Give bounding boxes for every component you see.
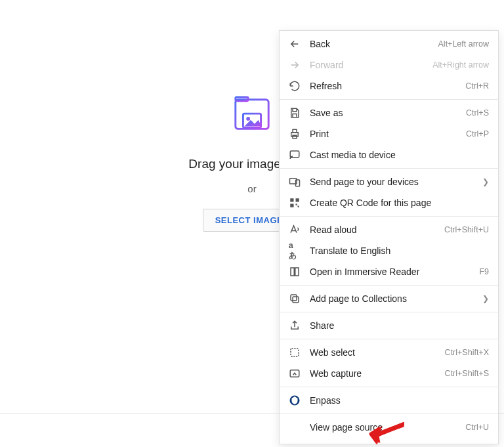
svg-rect-17 (291, 349, 299, 356)
menu-label: Back (310, 39, 433, 49)
svg-rect-11 (296, 198, 299, 202)
menu-separator (280, 216, 498, 217)
menu-label: Enpass (310, 395, 489, 406)
upload-icon (232, 96, 272, 138)
menu-cast[interactable]: Cast media to device (280, 144, 498, 165)
menu-enpass[interactable]: Enpass (280, 390, 498, 411)
menu-read-aloud[interactable]: Read aloud Ctrl+Shift+U (280, 219, 498, 240)
svg-rect-15 (291, 295, 297, 301)
menu-label: Forward (310, 60, 427, 70)
svg-rect-16 (293, 297, 299, 303)
menu-back[interactable]: Back Alt+Left arrow (280, 33, 498, 54)
menu-shortcut: Ctrl+Shift+X (445, 348, 489, 357)
qr-icon (289, 197, 301, 209)
read-aloud-icon (289, 224, 301, 236)
devices-icon (289, 176, 301, 188)
menu-shortcut: F9 (479, 267, 489, 276)
menu-separator (280, 312, 498, 312)
menu-forward: Forward Alt+Right arrow (280, 54, 498, 75)
menu-label: Cast media to device (310, 150, 489, 160)
menu-shortcut: Ctrl+P (466, 129, 489, 138)
menu-print[interactable]: Print Ctrl+P (280, 123, 498, 144)
menu-label: Save as (310, 108, 461, 118)
menu-share[interactable]: Share (280, 315, 498, 336)
save-icon (289, 107, 301, 119)
web-capture-icon (289, 368, 301, 379)
menu-send-to-devices[interactable]: Send page to your devices ❯ (280, 171, 498, 192)
menu-label: Print (310, 129, 461, 139)
menu-label: Send page to your devices (310, 177, 477, 187)
svg-rect-5 (293, 129, 297, 133)
menu-label: Read aloud (310, 224, 439, 235)
menu-shortcut: Alt+Right arrow (432, 60, 489, 70)
chevron-right-icon: ❯ (482, 294, 489, 303)
menu-web-select[interactable]: Web select Ctrl+Shift+X (280, 342, 498, 363)
svg-rect-10 (290, 198, 293, 202)
menu-label: Web select (310, 347, 440, 358)
immersive-reader-icon (289, 266, 301, 278)
menu-separator (280, 168, 498, 169)
arrow-left-icon (289, 38, 301, 50)
web-select-icon (289, 347, 301, 358)
refresh-icon (289, 80, 301, 92)
menu-separator (280, 99, 498, 100)
menu-separator (280, 339, 498, 339)
print-icon (289, 128, 301, 140)
context-menu: Back Alt+Left arrow Forward Alt+Right ar… (279, 30, 499, 444)
menu-label: Add page to Collections (310, 293, 477, 304)
cast-icon (289, 149, 301, 161)
menu-separator (280, 285, 498, 286)
menu-add-to-collections[interactable]: Add page to Collections ❯ (280, 288, 498, 309)
menu-shortcut: Alt+Left arrow (438, 39, 489, 49)
menu-translate[interactable]: aあ Translate to English (280, 240, 498, 261)
menu-save-as[interactable]: Save as Ctrl+S (280, 102, 498, 123)
menu-shortcut: Ctrl+S (466, 108, 489, 117)
translate-icon: aあ (289, 245, 301, 257)
menu-label: Refresh (310, 81, 460, 91)
enpass-icon (289, 394, 301, 406)
menu-label: Open in Immersive Reader (310, 266, 474, 277)
menu-label: Share (310, 320, 489, 331)
or-text: or (247, 183, 256, 194)
menu-shortcut: Ctrl+U (465, 423, 489, 432)
chevron-right-icon: ❯ (482, 177, 489, 186)
menu-separator (280, 387, 498, 387)
menu-immersive-reader[interactable]: Open in Immersive Reader F9 (280, 261, 498, 282)
menu-shortcut: Ctrl+R (465, 81, 489, 91)
arrow-right-icon (289, 59, 301, 71)
menu-separator (280, 414, 498, 414)
share-icon (289, 320, 301, 331)
menu-shortcut: Ctrl+Shift+S (445, 369, 489, 378)
collections-icon (289, 293, 301, 305)
svg-rect-12 (290, 204, 293, 207)
svg-point-3 (246, 117, 250, 121)
annotation-arrow (368, 418, 406, 446)
menu-qr-code[interactable]: Create QR Code for this page (280, 192, 498, 213)
menu-label: Create QR Code for this page (310, 198, 489, 208)
menu-shortcut: Ctrl+Shift+U (444, 225, 489, 234)
menu-label: Web capture (310, 368, 440, 379)
menu-web-capture[interactable]: Web capture Ctrl+Shift+S (280, 363, 498, 384)
svg-rect-13 (296, 204, 297, 205)
menu-refresh[interactable]: Refresh Ctrl+R (280, 75, 498, 96)
svg-rect-14 (298, 206, 299, 207)
menu-label: Translate to English (310, 245, 489, 256)
